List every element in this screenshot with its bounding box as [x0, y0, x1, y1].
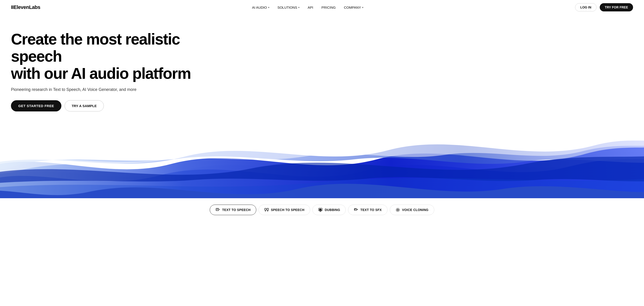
tab-dubbing-label: DUBBING	[325, 208, 340, 212]
nav-label-ai-audio: AI AUDIO	[252, 6, 267, 9]
svg-rect-1	[265, 208, 266, 210]
nav-item-solutions[interactable]: SOLUTIONS ▾	[278, 6, 300, 9]
nav-label-company: COMPANY	[344, 6, 361, 9]
hero-subtitle: Pioneering research in Text to Speech, A…	[11, 87, 194, 92]
hero-section: Create the most realistic speech with ou…	[0, 15, 206, 111]
tab-speech-to-speech-label: SPEECH TO SPEECH	[271, 208, 304, 212]
nav-center: AI AUDIO ▾ SOLUTIONS ▾ API PRICING COMPA…	[252, 6, 363, 9]
chevron-down-icon: ▾	[268, 6, 269, 9]
feature-tabs: TEXT TO SPEECH SPEECH TO SPEECH DUBBING	[0, 198, 644, 220]
tab-text-to-speech-label: TEXT TO SPEECH	[222, 208, 250, 212]
svg-rect-0	[216, 208, 219, 211]
chevron-down-icon: ▾	[362, 6, 363, 9]
nav-label-pricing: PRICING	[322, 6, 336, 9]
nav-item-api[interactable]: API	[308, 6, 313, 9]
hero-title-line1: Create the most realistic speech	[11, 30, 180, 65]
tab-text-to-speech[interactable]: TEXT TO SPEECH	[210, 205, 256, 215]
speech-to-speech-icon	[264, 208, 269, 212]
logo[interactable]: IIElevenLabs	[11, 4, 40, 10]
nav-label-solutions: SOLUTIONS	[278, 6, 297, 9]
login-button[interactable]: LOG IN	[575, 3, 596, 12]
tab-speech-to-speech[interactable]: SPEECH TO SPEECH	[258, 205, 310, 215]
nav-item-ai-audio[interactable]: AI AUDIO ▾	[252, 6, 269, 9]
nav-item-company[interactable]: COMPANY ▾	[344, 6, 363, 9]
nav-label-api: API	[308, 6, 313, 9]
voice-cloning-icon	[396, 208, 400, 212]
dubbing-icon	[318, 208, 323, 212]
hero-title-line2: with our AI audio platform	[11, 65, 191, 82]
get-started-button[interactable]: GET STARTED FREE	[11, 100, 62, 111]
tab-dubbing[interactable]: DUBBING	[312, 205, 346, 215]
hero-title: Create the most realistic speech with ou…	[11, 31, 194, 82]
svg-point-5	[396, 209, 399, 211]
try-for-free-button[interactable]: TRY FOR FREE	[600, 3, 633, 12]
nav-right: LOG IN TRY FOR FREE	[575, 3, 633, 12]
tab-text-to-sfx-label: TEXT TO SFX	[360, 208, 382, 212]
chevron-down-icon: ▾	[298, 6, 300, 9]
tab-text-to-sfx[interactable]: TEXT TO SFX	[348, 205, 387, 215]
tab-voice-cloning[interactable]: VOICE CLONING	[390, 205, 434, 215]
hero-buttons: GET STARTED FREE TRY A SAMPLE	[11, 100, 194, 111]
navbar: IIElevenLabs AI AUDIO ▾ SOLUTIONS ▾ API …	[0, 0, 644, 15]
wave-illustration	[0, 116, 644, 198]
text-to-sfx-icon	[354, 208, 358, 212]
tab-voice-cloning-label: VOICE CLONING	[402, 208, 428, 212]
text-to-speech-icon	[216, 208, 220, 212]
svg-point-4	[397, 209, 398, 210]
try-sample-button[interactable]: TRY A SAMPLE	[64, 100, 104, 111]
nav-item-pricing[interactable]: PRICING	[322, 6, 336, 9]
